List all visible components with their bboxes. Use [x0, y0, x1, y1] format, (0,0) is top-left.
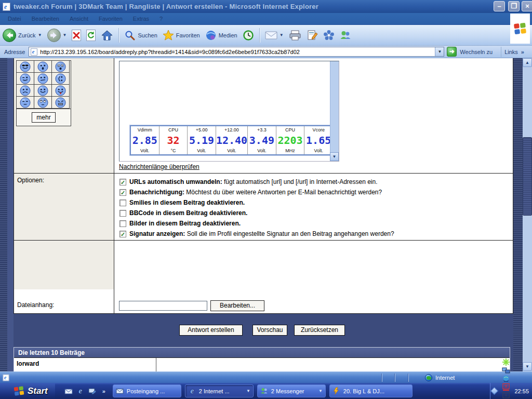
close-button[interactable]: ×: [522, 1, 532, 11]
links-label[interactable]: Links: [501, 49, 521, 55]
messenger-button[interactable]: [337, 26, 354, 44]
textarea-scroll-down-icon[interactable]: ▼: [330, 152, 339, 161]
option-checkbox-3[interactable]: [119, 210, 126, 217]
page-content: mehr Vdimm2.85Volt. CPU32°C +5.005.19Vol…: [0, 58, 532, 371]
textarea-scrollbar[interactable]: [330, 61, 339, 161]
smiley-tongue[interactable]: [51, 84, 70, 97]
home-button[interactable]: [98, 26, 116, 44]
messenger-people-icon: [340, 30, 351, 41]
links-chevron-icon[interactable]: »: [521, 49, 526, 55]
tray-network-icon[interactable]: [502, 366, 510, 375]
edit-button[interactable]: [304, 26, 321, 44]
check-message-length-link[interactable]: Nachrichtenlänge überprüfen: [119, 163, 200, 170]
menu-item-?[interactable]: ?: [155, 14, 167, 23]
smiley-surprised[interactable]: [34, 60, 52, 73]
option-checkbox-5[interactable]: ✓: [119, 231, 126, 237]
address-input[interactable]: e http://213.239.195.162/board/addreply.…: [29, 47, 444, 57]
go-button-icon[interactable]: ➜: [447, 47, 457, 57]
quick-launch-ie-icon[interactable]: e: [76, 387, 85, 395]
discuss-button[interactable]: [321, 26, 337, 44]
post-author[interactable]: lorward: [17, 360, 39, 367]
quick-launch-outlook-icon[interactable]: [64, 387, 73, 395]
ie-page-icon: e: [3, 3, 10, 11]
smiley-smile[interactable]: [34, 84, 52, 97]
tray-ime-red-icon[interactable]: [502, 383, 510, 391]
address-bar: Adresse e http://213.239.195.162/board/a…: [0, 46, 532, 58]
forward-button[interactable]: ▼: [45, 26, 70, 44]
attachment-input[interactable]: [119, 301, 207, 311]
refresh-button[interactable]: [84, 26, 98, 44]
smiley-sleepy[interactable]: [16, 96, 34, 109]
task-button-3[interactable]: 20. Big L & DJ...: [329, 384, 413, 397]
tray-ime-dark-icon[interactable]: [502, 391, 510, 399]
quick-launch-mail-icon[interactable]: [88, 387, 97, 395]
print-button[interactable]: [286, 26, 304, 44]
preview-button[interactable]: Vorschau: [252, 325, 287, 336]
page-scrollbar[interactable]: ▲ ▼: [523, 58, 532, 371]
menu-item-extras[interactable]: Extras: [128, 14, 154, 23]
menu-item-bearbeiten[interactable]: Bearbeiten: [27, 14, 64, 23]
task-button-1[interactable]: e 2 Internet ...▼: [185, 384, 254, 397]
back-button[interactable]: Zurück▼: [0, 26, 45, 44]
submit-reply-button[interactable]: Antwort erstellen: [179, 325, 243, 336]
scroll-down-icon[interactable]: ▼: [523, 362, 532, 371]
attachment-edit-button[interactable]: Bearbeiten...: [210, 300, 264, 311]
reset-button[interactable]: Zurücksetzen: [294, 325, 345, 336]
internet-zone-label: Internet: [435, 375, 455, 381]
attachment-label: Dateianhang:: [17, 301, 54, 309]
stop-button[interactable]: [69, 26, 84, 44]
monitor-cell-33: +3.33.49Volt.: [248, 126, 276, 154]
option-checkbox-1[interactable]: ✓: [119, 189, 126, 196]
message-textarea[interactable]: Vdimm2.85Volt. CPU32°C +5.005.19Volt. +1…: [119, 61, 339, 162]
reply-form-table: mehr Vdimm2.85Volt. CPU32°C +5.005.19Vol…: [14, 58, 513, 314]
address-dropdown-button[interactable]: ▼: [435, 47, 444, 56]
home-icon: [101, 29, 113, 42]
windows-logo-throbber: [510, 14, 530, 44]
smiley-wink[interactable]: [16, 72, 34, 85]
scrollbar-thumb[interactable]: [523, 137, 532, 216]
smiley-unsure[interactable]: [34, 72, 52, 85]
ie-icon: e: [188, 387, 196, 395]
mail-button[interactable]: ▼: [262, 26, 286, 44]
scroll-up-icon[interactable]: ▲: [523, 58, 532, 67]
menu-bar: DateiBearbeitenAnsichtFavoritenExtras?: [0, 13, 532, 25]
tray-collapse-diamond-icon[interactable]: [490, 387, 499, 395]
menu-item-favoriten[interactable]: Favoriten: [94, 14, 127, 23]
smiley-eek[interactable]: [51, 60, 70, 73]
search-button[interactable]: Suchen: [122, 26, 159, 44]
toolbar: Zurück▼ ▼ Suchen Favoriten Medien: [0, 25, 532, 46]
media-button[interactable]: Medien: [203, 26, 240, 44]
smiley-cool[interactable]: [16, 60, 34, 73]
page-left-edge: [0, 58, 7, 371]
option-checkbox-2[interactable]: [119, 200, 126, 206]
tray-starburst-icon[interactable]: [502, 358, 510, 366]
task-button-0[interactable]: Posteingang ...: [113, 384, 181, 397]
go-button-label[interactable]: Wechseln zu: [457, 49, 496, 55]
quick-launch-chevron-icon[interactable]: »: [102, 388, 105, 394]
tray-msn-globe-icon[interactable]: [502, 375, 510, 383]
smiley-sideways[interactable]: [51, 72, 70, 85]
outlook-icon: [116, 387, 124, 395]
option-row: BBCode in diesem Beitrag deaktivieren.: [119, 209, 247, 217]
smiley-eyesup[interactable]: [34, 96, 52, 109]
more-smilies-button[interactable]: mehr: [32, 112, 55, 123]
messenger-icon: [260, 387, 269, 395]
restore-button[interactable]: ❐: [508, 1, 520, 11]
start-button[interactable]: Start: [0, 383, 55, 399]
minimize-button[interactable]: –: [494, 1, 505, 11]
task-button-2[interactable]: 2 Messenger▼: [257, 384, 326, 397]
menu-item-datei[interactable]: Datei: [3, 14, 26, 23]
start-flag-icon: [14, 385, 24, 396]
smiley-grr[interactable]: [51, 96, 70, 109]
option-checkbox-0[interactable]: ✓: [119, 179, 126, 185]
system-tray: 22:55: [490, 383, 532, 399]
option-checkbox-4[interactable]: [119, 220, 126, 227]
favorites-button[interactable]: Favoriten: [160, 26, 203, 44]
quick-launch: e »: [64, 387, 105, 395]
history-button[interactable]: [240, 26, 257, 44]
title-bar: e tweaker.ch Forum | 3DMark Team | Rangl…: [0, 0, 532, 13]
winamp-icon: [332, 387, 341, 395]
window-title: tweaker.ch Forum | 3DMark Team | Ranglis…: [14, 3, 318, 10]
menu-item-ansicht[interactable]: Ansicht: [65, 14, 93, 23]
smiley-frown[interactable]: [16, 84, 34, 97]
